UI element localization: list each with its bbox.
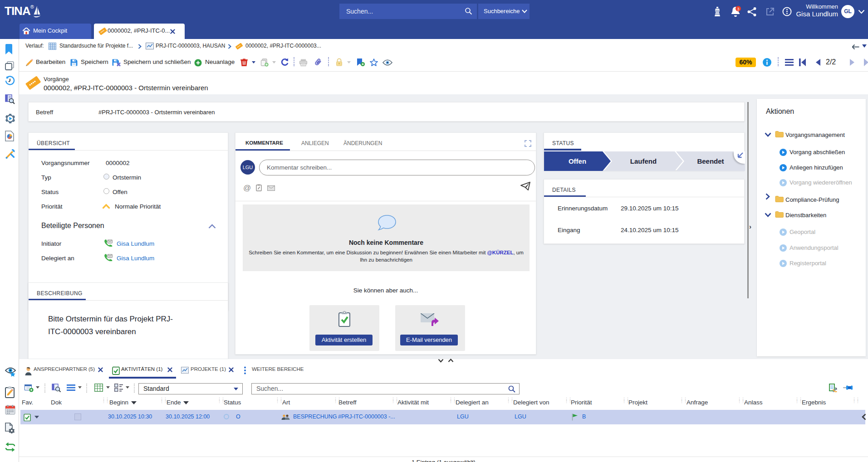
- svg-text:3: 3: [737, 7, 739, 11]
